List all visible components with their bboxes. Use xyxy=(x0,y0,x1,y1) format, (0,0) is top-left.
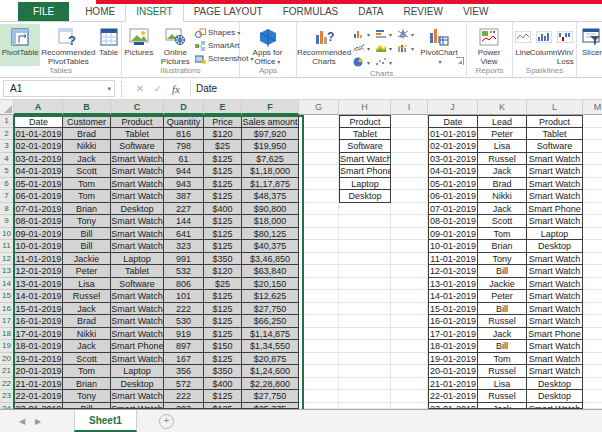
cell-B5[interactable]: Scott xyxy=(63,165,111,178)
cell-D13[interactable]: 532 xyxy=(164,265,204,278)
column-header-M[interactable]: M xyxy=(583,100,602,115)
column-header-J[interactable]: J xyxy=(428,100,478,115)
row-header-22[interactable]: 22 xyxy=(0,378,14,391)
cell-E9[interactable]: $125 xyxy=(204,215,242,228)
tab-page-layout[interactable]: PAGE LAYOUT xyxy=(184,2,273,21)
cell-I6[interactable] xyxy=(391,178,428,191)
cell-F2[interactable]: $97,920 xyxy=(242,128,299,141)
cell-I17[interactable] xyxy=(391,315,428,328)
column-header-L[interactable]: L xyxy=(527,100,583,115)
cell-C13[interactable]: Tablet xyxy=(111,265,164,278)
cell-L2[interactable]: Tablet xyxy=(527,128,583,141)
cell-I4[interactable] xyxy=(391,153,428,166)
column-header-A[interactable]: A xyxy=(14,100,63,115)
cell-J17[interactable]: 16-01-2019 xyxy=(428,315,478,328)
cell-B3[interactable]: Nikki xyxy=(63,140,111,153)
cell-I10[interactable] xyxy=(391,228,428,241)
cell-G8[interactable] xyxy=(299,203,339,216)
cell-G15[interactable] xyxy=(299,290,339,303)
cell-L7[interactable]: Smart Watch xyxy=(527,190,583,203)
cell-K23[interactable]: Russel xyxy=(478,390,527,403)
cell-H10[interactable] xyxy=(339,228,391,241)
cell-C11[interactable]: Smart Watch xyxy=(111,240,164,253)
cell-G11[interactable] xyxy=(299,240,339,253)
cell-B18[interactable]: Nikki xyxy=(63,328,111,341)
cell-J1[interactable]: Date xyxy=(428,115,478,128)
cell-L4[interactable]: Smart Watch xyxy=(527,153,583,166)
sheet-next-icon[interactable]: ▶ xyxy=(30,417,46,426)
cell-M22[interactable] xyxy=(583,378,602,391)
cell-B14[interactable]: Lisa xyxy=(63,278,111,291)
cell-K15[interactable]: Peter xyxy=(478,290,527,303)
tab-insert[interactable]: INSERT xyxy=(125,1,184,22)
name-box-caret-icon[interactable]: ▾ xyxy=(107,85,111,93)
cell-L5[interactable]: Smart Watch xyxy=(527,165,583,178)
cell-E12[interactable]: $350 xyxy=(204,253,242,266)
tab-file[interactable]: FILE xyxy=(18,2,69,21)
cell-M16[interactable] xyxy=(583,303,602,316)
cell-L18[interactable]: Smart Phone xyxy=(527,328,583,341)
cell-K13[interactable]: Bill xyxy=(478,265,527,278)
cell-D23[interactable]: 222 xyxy=(164,390,204,403)
table-button[interactable]: Table xyxy=(96,24,121,66)
cell-D16[interactable]: 222 xyxy=(164,303,204,316)
cell-H11[interactable] xyxy=(339,240,391,253)
tab-data[interactable]: DATA xyxy=(348,2,393,21)
cancel-icon[interactable]: ✕ xyxy=(131,83,149,94)
cell-A2[interactable]: 01-01-2019 xyxy=(14,128,63,141)
cell-A8[interactable]: 07-01-2019 xyxy=(14,203,63,216)
row-header-18[interactable]: 18 xyxy=(0,328,14,341)
name-box[interactable]: A1 ▾ xyxy=(3,80,115,97)
row-header-24[interactable]: 24 xyxy=(0,403,14,409)
cell-J15[interactable]: 14-01-2019 xyxy=(428,290,478,303)
pivotchart-button[interactable]: PivotChart▾ xyxy=(417,24,461,69)
cell-L12[interactable]: Smart Watch xyxy=(527,253,583,266)
cell-G16[interactable] xyxy=(299,303,339,316)
cell-G13[interactable] xyxy=(299,265,339,278)
cell-M20[interactable] xyxy=(583,353,602,366)
cell-E8[interactable]: $400 xyxy=(204,203,242,216)
cell-A22[interactable]: 21-01-2019 xyxy=(14,378,63,391)
cell-K3[interactable]: Lisa xyxy=(478,140,527,153)
cell-H8[interactable] xyxy=(339,203,391,216)
cell-K1[interactable]: Lead xyxy=(478,115,527,128)
cell-M13[interactable] xyxy=(583,265,602,278)
cell-L9[interactable]: Smart Watch xyxy=(527,215,583,228)
cell-B2[interactable]: Brad xyxy=(63,128,111,141)
cell-D19[interactable]: 897 xyxy=(164,340,204,353)
cell-B9[interactable]: Tony xyxy=(63,215,111,228)
recommended-charts-button[interactable]: ? Recommended Charts xyxy=(297,24,351,69)
pivottable-button[interactable]: PivotTable xyxy=(0,24,40,66)
insert-bar-chart-button[interactable]: ▾ xyxy=(373,27,395,41)
cell-K16[interactable]: Bill xyxy=(478,303,527,316)
column-header-H[interactable]: H xyxy=(339,100,391,115)
cell-K18[interactable]: Jack xyxy=(478,328,527,341)
cell-H20[interactable] xyxy=(339,353,391,366)
cell-M4[interactable] xyxy=(583,153,602,166)
cell-A3[interactable]: 02-01-2019 xyxy=(14,140,63,153)
row-header-7[interactable]: 7 xyxy=(0,190,14,203)
cell-M12[interactable] xyxy=(583,253,602,266)
cell-I5[interactable] xyxy=(391,165,428,178)
cell-B21[interactable]: Tom xyxy=(63,365,111,378)
cell-E2[interactable]: $120 xyxy=(204,128,242,141)
column-header-I[interactable]: I xyxy=(391,100,428,115)
insert-combo-chart-button[interactable]: ▾ xyxy=(395,41,417,55)
cell-B12[interactable]: Jackie xyxy=(63,253,111,266)
cell-E4[interactable]: $125 xyxy=(204,153,242,166)
cell-H23[interactable] xyxy=(339,390,391,403)
row-header-13[interactable]: 13 xyxy=(0,265,14,278)
row-header-5[interactable]: 5 xyxy=(0,165,14,178)
pictures-button[interactable]: Pictures xyxy=(122,24,156,66)
cell-E23[interactable]: $125 xyxy=(204,390,242,403)
cell-L6[interactable]: Smart Watch xyxy=(527,178,583,191)
cell-M24[interactable] xyxy=(583,403,602,409)
cell-H4[interactable]: Smart Watch xyxy=(339,153,391,166)
cell-D18[interactable]: 919 xyxy=(164,328,204,341)
cell-A12[interactable]: 11-01-2019 xyxy=(14,253,63,266)
cell-C17[interactable]: Smart Watch xyxy=(111,315,164,328)
cell-I8[interactable] xyxy=(391,203,428,216)
cell-B11[interactable]: Bill xyxy=(63,240,111,253)
screenshot-button[interactable]: Screenshot▾ xyxy=(195,52,239,65)
cell-A1[interactable]: Date xyxy=(14,115,63,128)
